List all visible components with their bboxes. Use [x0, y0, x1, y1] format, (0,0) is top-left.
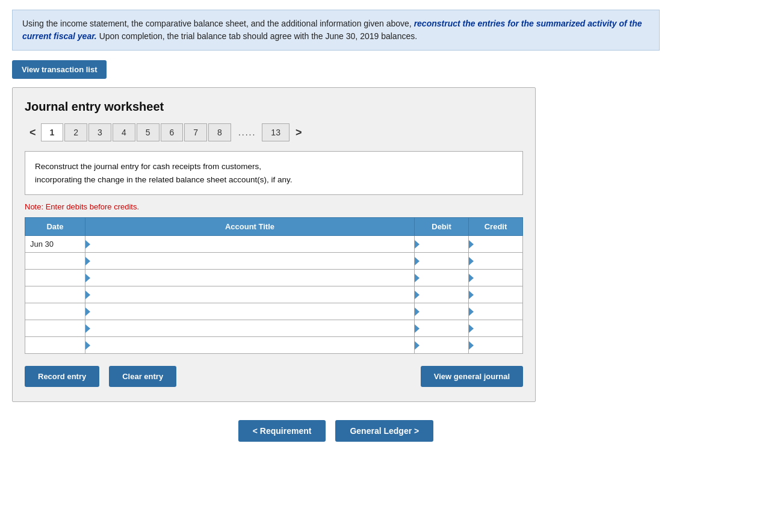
account-input-4[interactable]	[85, 286, 414, 303]
debit-credit-note: Note: Enter debits before credits.	[25, 202, 523, 211]
general-ledger-button[interactable]: General Ledger >	[335, 420, 433, 442]
account-cell-3[interactable]	[85, 270, 415, 286]
debit-cell-4[interactable]	[415, 286, 469, 303]
date-cell-3	[25, 270, 85, 286]
account-cell-4[interactable]	[85, 286, 415, 303]
table-row	[25, 270, 523, 286]
view-general-journal-button[interactable]: View general journal	[421, 366, 523, 387]
debit-input-1[interactable]	[415, 236, 468, 252]
record-entry-button[interactable]: Record entry	[25, 366, 99, 387]
view-transaction-button[interactable]: View transaction list	[12, 60, 107, 79]
credit-cell-6[interactable]	[469, 320, 523, 337]
debit-cell-3[interactable]	[415, 270, 469, 286]
credit-input-5[interactable]	[469, 303, 522, 320]
debit-cell-5[interactable]	[415, 303, 469, 320]
tab-7[interactable]: 7	[184, 123, 207, 141]
worksheet-title: Journal entry worksheet	[25, 100, 523, 114]
bottom-navigation: < Requirement General Ledger >	[12, 420, 660, 442]
tab-ellipsis: .....	[232, 124, 262, 141]
journal-entry-worksheet: Journal entry worksheet < 1 2 3 4 5 6 7 …	[12, 87, 536, 402]
date-cell-4	[25, 286, 85, 303]
debit-cell-2[interactable]	[415, 253, 469, 270]
debit-input-5[interactable]	[415, 303, 468, 320]
credit-cell-2[interactable]	[469, 253, 523, 270]
credit-cell-1[interactable]	[469, 236, 523, 253]
account-cell-6[interactable]	[85, 320, 415, 337]
account-input-7[interactable]	[85, 337, 414, 353]
account-input-1[interactable]	[85, 236, 414, 252]
date-cell-5	[25, 303, 85, 320]
date-cell-6	[25, 320, 85, 337]
credit-input-4[interactable]	[469, 286, 522, 303]
tab-6[interactable]: 6	[161, 123, 184, 141]
account-cell-1[interactable]	[85, 236, 415, 253]
instruction-text-before: Using the income statement, the comparat…	[22, 19, 414, 28]
instruction-text-after: Upon completion, the trial balance tab s…	[97, 31, 417, 41]
requirement-button[interactable]: < Requirement	[238, 420, 326, 442]
account-input-2[interactable]	[85, 253, 414, 269]
account-input-6[interactable]	[85, 320, 414, 336]
debit-cell-1[interactable]	[415, 236, 469, 253]
table-row	[25, 286, 523, 303]
table-row	[25, 320, 523, 337]
tab-navigation: < 1 2 3 4 5 6 7 8 ..... 13 >	[25, 123, 523, 141]
account-cell-7[interactable]	[85, 337, 415, 354]
debit-input-2[interactable]	[415, 253, 468, 269]
debit-input-7[interactable]	[415, 337, 468, 353]
debit-cell-6[interactable]	[415, 320, 469, 337]
account-cell-2[interactable]	[85, 253, 415, 270]
account-cell-5[interactable]	[85, 303, 415, 320]
table-row	[25, 337, 523, 354]
date-cell-7	[25, 337, 85, 354]
credit-input-3[interactable]	[469, 270, 522, 286]
debit-cell-7[interactable]	[415, 337, 469, 354]
tab-4[interactable]: 4	[113, 123, 135, 141]
col-header-credit: Credit	[469, 218, 523, 236]
col-header-date: Date	[25, 218, 85, 236]
prev-tab-arrow[interactable]: <	[25, 124, 41, 141]
worksheet-description: Reconstruct the journal entry for cash r…	[25, 151, 523, 195]
journal-table: Date Account Title Debit Credit Jun 30	[25, 217, 523, 354]
tab-3[interactable]: 3	[88, 123, 111, 141]
credit-cell-7[interactable]	[469, 337, 523, 354]
tab-8[interactable]: 8	[208, 123, 231, 141]
table-row	[25, 303, 523, 320]
debit-input-3[interactable]	[415, 270, 468, 286]
tab-2[interactable]: 2	[64, 123, 87, 141]
credit-input-1[interactable]	[469, 236, 522, 252]
tab-5[interactable]: 5	[137, 123, 159, 141]
action-buttons: Record entry Clear entry View general jo…	[25, 366, 523, 387]
credit-input-6[interactable]	[469, 320, 522, 336]
credit-input-7[interactable]	[469, 337, 522, 353]
credit-cell-4[interactable]	[469, 286, 523, 303]
credit-cell-5[interactable]	[469, 303, 523, 320]
tab-13[interactable]: 13	[262, 123, 290, 141]
tab-1[interactable]: 1	[41, 123, 64, 141]
credit-input-2[interactable]	[469, 253, 522, 269]
date-cell-1: Jun 30	[25, 236, 85, 253]
clear-entry-button[interactable]: Clear entry	[109, 366, 176, 387]
credit-cell-3[interactable]	[469, 270, 523, 286]
table-row: Jun 30	[25, 236, 523, 253]
account-input-3[interactable]	[85, 270, 414, 286]
date-cell-2	[25, 253, 85, 270]
debit-input-6[interactable]	[415, 320, 468, 336]
table-row	[25, 253, 523, 270]
instruction-box: Using the income statement, the comparat…	[12, 10, 660, 51]
description-text: Reconstruct the journal entry for cash r…	[35, 162, 293, 184]
debit-input-4[interactable]	[415, 286, 468, 303]
account-input-5[interactable]	[85, 303, 414, 320]
col-header-debit: Debit	[415, 218, 469, 236]
next-tab-arrow[interactable]: >	[291, 124, 307, 141]
col-header-account: Account Title	[85, 218, 415, 236]
